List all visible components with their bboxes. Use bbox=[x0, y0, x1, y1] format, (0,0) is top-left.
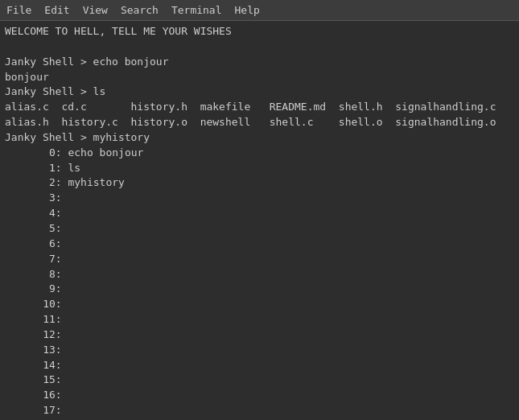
menu-terminal[interactable]: Terminal bbox=[165, 2, 229, 18]
terminal-line-13: 7: bbox=[5, 252, 514, 267]
menu-edit[interactable]: Edit bbox=[38, 2, 76, 18]
terminal-line-21: 15: bbox=[5, 373, 514, 388]
terminal-line-8: 2: myhistory bbox=[5, 175, 514, 191]
terminal-line-5: Janky Shell > myhistory bbox=[5, 130, 514, 146]
terminal-line-18: 12: bbox=[5, 327, 514, 343]
terminal-line-2: Janky Shell > ls bbox=[5, 84, 514, 100]
terminal-line-4: alias.h history.c history.o newshell she… bbox=[5, 115, 514, 130]
terminal-line-15: 9: bbox=[5, 282, 514, 297]
terminal-line-6: 0: echo bonjour bbox=[5, 146, 514, 161]
terminal-body[interactable]: WELCOME TO HELL, TELL ME YOUR WISHES Jan… bbox=[0, 21, 519, 420]
menu-view[interactable]: View bbox=[76, 2, 114, 18]
terminal-line-16: 10: bbox=[5, 297, 514, 312]
terminal-line-9: 3: bbox=[5, 191, 514, 206]
terminal-line-1: bonjour bbox=[5, 70, 514, 85]
terminal-line-3: alias.c cd.c history.h makefile README.m… bbox=[5, 100, 514, 115]
blank-line bbox=[5, 39, 514, 55]
terminal-line-7: 1: ls bbox=[5, 161, 514, 176]
terminal-line-12: 6: bbox=[5, 237, 514, 252]
menu-help[interactable]: Help bbox=[229, 2, 266, 18]
menu-file[interactable]: File bbox=[0, 2, 38, 18]
welcome-text: WELCOME TO HELL, TELL ME YOUR WISHES bbox=[5, 24, 514, 39]
terminal-line-17: 11: bbox=[5, 312, 514, 327]
terminal-line-19: 13: bbox=[5, 343, 514, 358]
menu-search[interactable]: Search bbox=[114, 2, 165, 18]
menu-bar: File Edit View Search Terminal Help bbox=[0, 0, 519, 21]
terminal-line-11: 5: bbox=[5, 221, 514, 237]
terminal-line-14: 8: bbox=[5, 267, 514, 282]
terminal-line-10: 4: bbox=[5, 206, 514, 221]
terminal-line-0: Janky Shell > echo bonjour bbox=[5, 55, 514, 70]
terminal-line-20: 14: bbox=[5, 358, 514, 373]
terminal-line-23: 17: bbox=[5, 403, 514, 418]
terminal-line-22: 16: bbox=[5, 388, 514, 403]
